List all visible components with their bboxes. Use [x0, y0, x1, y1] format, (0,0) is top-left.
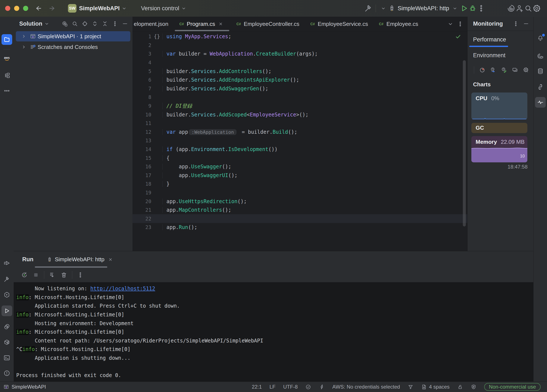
- line-number[interactable]: 17: [132, 173, 151, 178]
- solution-tool-expand-icon[interactable]: [92, 20, 98, 27]
- code-line-5[interactable]: 5builder.Services.AddControllers();: [132, 67, 467, 76]
- status-indentation[interactable]: 4 spaces: [421, 384, 450, 390]
- status-project-widget[interactable]: SimpleWebAPI: [3, 384, 46, 390]
- line-number[interactable]: 7: [132, 86, 151, 91]
- code-line-11[interactable]: 11: [132, 119, 467, 128]
- line-number[interactable]: 14: [132, 147, 151, 152]
- monitoring-options-button[interactable]: [513, 20, 519, 27]
- code-line-19[interactable]: 19: [132, 189, 467, 197]
- line-number[interactable]: 8: [132, 95, 151, 100]
- close-tab-icon[interactable]: [218, 21, 223, 27]
- code-with-me-button[interactable]: [515, 4, 524, 13]
- run-trash-button[interactable]: [61, 271, 67, 278]
- localhost-link[interactable]: http://localhost:5112: [90, 286, 155, 292]
- tool-strip-button-nuget[interactable]: [1, 337, 12, 348]
- ai-assistant-button[interactable]: [507, 4, 515, 13]
- line-number[interactable]: 23: [132, 224, 151, 230]
- run-configuration-widget[interactable]: SimpleWebAPI: http: [388, 5, 458, 12]
- line-number[interactable]: 19: [132, 190, 151, 196]
- code-editor[interactable]: 1{}using MyApp.Services;23var builder = …: [132, 31, 467, 251]
- editor-tab-employeeservice-cs[interactable]: C#EmployeeService.cs: [304, 17, 373, 31]
- code-line-8[interactable]: 8: [132, 93, 467, 102]
- code-line-15[interactable]: 15{: [132, 154, 467, 162]
- solution-panel-title[interactable]: Solution: [19, 20, 42, 27]
- code-line-20[interactable]: 20app.UseHttpsRedirection();: [132, 197, 467, 206]
- monitoring-gear-sm-icon[interactable]: [523, 67, 529, 73]
- build-button[interactable]: [364, 4, 373, 13]
- line-number[interactable]: 21: [132, 207, 151, 213]
- tool-strip-button-ai-assistant[interactable]: [535, 51, 546, 61]
- memory-chart-card[interactable]: Memory 22.09 MB 10: [471, 136, 527, 162]
- run-console-tab[interactable]: SimpleWebAPI: http: [47, 256, 115, 263]
- status-security[interactable]: [471, 384, 477, 390]
- line-number[interactable]: 10: [132, 112, 151, 117]
- more-actions-button[interactable]: [477, 4, 485, 13]
- run-stop-button[interactable]: [33, 271, 39, 278]
- minimize-window-button[interactable]: [14, 6, 19, 11]
- tool-strip-button-unit-tests[interactable]: [1, 290, 12, 300]
- run-rerun-button[interactable]: [21, 271, 28, 278]
- line-number[interactable]: 22: [132, 216, 151, 222]
- forward-button[interactable]: [48, 5, 55, 12]
- status-aws-credentials[interactable]: AWS: No credentials selected: [332, 384, 400, 390]
- line-number[interactable]: 4: [132, 60, 151, 65]
- project-chevron-icon[interactable]: [121, 6, 127, 11]
- gc-chart-card[interactable]: GC: [471, 123, 527, 133]
- inspections-ok-icon[interactable]: [455, 33, 461, 40]
- close-window-button[interactable]: [5, 6, 10, 11]
- version-control-chevron-icon[interactable]: [181, 6, 186, 11]
- line-number[interactable]: 5: [132, 68, 151, 74]
- tool-strip-button-database[interactable]: [535, 66, 546, 76]
- status-caret-position[interactable]: 22:1: [252, 384, 262, 390]
- code-line-16[interactable]: 16 app.UseSwagger();: [132, 162, 467, 171]
- status-highlighting-level[interactable]: [319, 384, 325, 390]
- tab-bar-chevron-down-icon[interactable]: [447, 21, 454, 27]
- tool-strip-button-problems[interactable]: [1, 368, 12, 378]
- code-line-21[interactable]: 21app.MapControllers();: [132, 206, 467, 215]
- code-line-4[interactable]: 4: [132, 58, 467, 67]
- code-line-6[interactable]: 6builder.Services.AddEndpointsApiExplore…: [132, 76, 467, 84]
- solution-tool-locate-icon[interactable]: [62, 20, 68, 27]
- editor-tab-elopment-json[interactable]: elopment.json: [132, 17, 173, 31]
- code-line-2[interactable]: 2: [132, 41, 467, 50]
- line-number[interactable]: 1: [132, 34, 151, 39]
- line-number[interactable]: 6: [132, 77, 151, 83]
- line-number[interactable]: 20: [132, 199, 151, 204]
- line-number[interactable]: 11: [132, 121, 151, 126]
- code-line-22[interactable]: 22: [132, 214, 467, 223]
- status-file-encoding[interactable]: UTF-8: [283, 384, 298, 390]
- tool-strip-button-profiler[interactable]: [1, 322, 12, 332]
- twisty-icon[interactable]: [21, 34, 27, 39]
- tool-strip-button-terminal[interactable]: [1, 352, 12, 363]
- project-badge[interactable]: SW: [68, 4, 76, 13]
- monitoring-cards-icon[interactable]: [512, 67, 518, 73]
- project-name[interactable]: SimpleWebAPI: [79, 5, 120, 12]
- run-button[interactable]: [460, 4, 468, 13]
- run-more-v-button[interactable]: [77, 271, 84, 278]
- editor-tab-employee-cs[interactable]: C#Employee.cs: [373, 17, 423, 31]
- code-line-7[interactable]: 7builder.Services.AddSwaggerGen();: [132, 84, 467, 93]
- status-filter[interactable]: [408, 384, 413, 390]
- tool-strip-button-build[interactable]: [1, 274, 12, 284]
- run-panel-title[interactable]: Run: [22, 256, 33, 263]
- debug-button[interactable]: [468, 4, 477, 13]
- editor-tab-program-cs[interactable]: C#Program.cs: [173, 17, 231, 31]
- code-line-17[interactable]: 17 app.UseSwaggerUI();: [132, 171, 467, 180]
- solution-tool-minus-icon[interactable]: [122, 20, 128, 27]
- close-console-tab-icon[interactable]: [108, 257, 113, 262]
- settings-button[interactable]: [533, 4, 541, 13]
- tool-strip-button-python-packages[interactable]: [535, 81, 546, 92]
- code-line-1[interactable]: 1{}using MyApp.Services;: [132, 32, 467, 41]
- line-number[interactable]: 2: [132, 42, 151, 48]
- line-number[interactable]: 13: [132, 138, 151, 143]
- solution-tool-collapse-icon[interactable]: [102, 20, 108, 27]
- line-number[interactable]: 16: [132, 164, 151, 169]
- tool-strip-button-monitoring[interactable]: [535, 97, 546, 108]
- code-line-23[interactable]: 23app.Run();: [132, 223, 467, 232]
- status-line-separator[interactable]: LF: [269, 384, 275, 390]
- editor-tab-employeecontroller-cs[interactable]: C#EmployeeController.cs: [231, 17, 304, 31]
- tree-item-solution[interactable]: SimpleWebAPI · 1 project: [16, 31, 130, 41]
- tool-strip-button-run[interactable]: [1, 305, 12, 316]
- code-line-18[interactable]: 18}: [132, 180, 467, 189]
- tool-strip-button-more-tool-windows[interactable]: [1, 85, 12, 96]
